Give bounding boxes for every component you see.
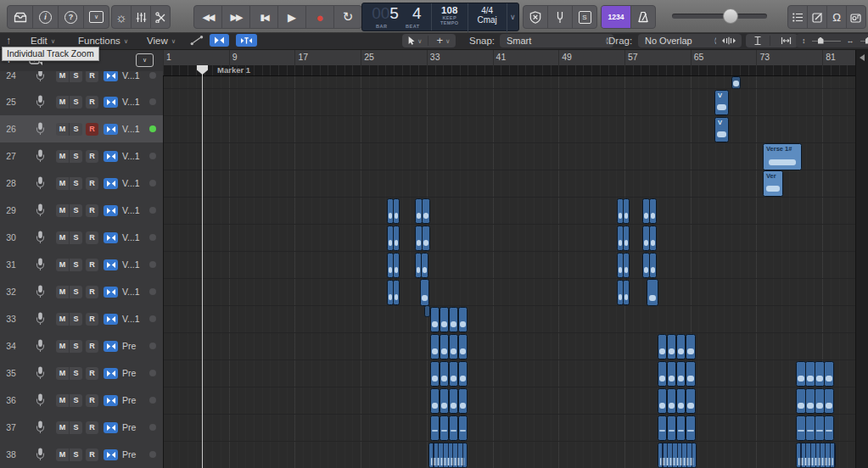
track-name[interactable]: Pre bbox=[122, 395, 136, 405]
mixer-button[interactable] bbox=[132, 6, 151, 28]
audio-region[interactable] bbox=[676, 388, 686, 414]
record-enable-button[interactable]: R bbox=[86, 448, 98, 461]
mute-button[interactable]: M bbox=[56, 204, 70, 217]
audio-region[interactable] bbox=[430, 361, 440, 387]
audio-region[interactable] bbox=[458, 307, 468, 332]
track-lane-33[interactable] bbox=[163, 305, 855, 333]
audio-region[interactable] bbox=[623, 280, 630, 305]
mute-button[interactable]: M bbox=[56, 367, 70, 380]
record-enable-button[interactable]: R bbox=[86, 367, 98, 380]
master-volume-slider[interactable] bbox=[672, 14, 767, 19]
tracks-area[interactable]: VVVerse 1#Ver bbox=[163, 75, 855, 468]
audio-region[interactable] bbox=[449, 388, 458, 414]
solo-button[interactable]: S bbox=[70, 340, 82, 353]
drag-dropdown[interactable]: No Overlap ∧∨ bbox=[638, 34, 722, 47]
track-name[interactable]: Pre bbox=[122, 368, 136, 378]
audio-region[interactable] bbox=[440, 334, 449, 359]
record-enable-button[interactable]: R bbox=[86, 150, 98, 163]
audio-region[interactable] bbox=[422, 226, 430, 251]
solo-button[interactable]: S bbox=[70, 150, 82, 163]
track-sort-dropdown[interactable]: ∨ bbox=[136, 53, 154, 67]
track-name[interactable]: V...1 bbox=[122, 97, 140, 107]
inspector-button[interactable]: i bbox=[33, 6, 59, 28]
audio-region[interactable] bbox=[647, 279, 658, 306]
track-header-25[interactable]: 25MSRV...1 bbox=[0, 88, 163, 116]
audio-region[interactable] bbox=[449, 334, 458, 359]
track-name[interactable]: Pre bbox=[122, 449, 136, 460]
bar-ruler[interactable]: 19172533414957657381 bbox=[163, 49, 855, 66]
audio-region[interactable] bbox=[458, 415, 468, 441]
menu-view[interactable]: View∨ bbox=[147, 32, 176, 49]
flex-icon[interactable] bbox=[104, 341, 118, 352]
track-header-31[interactable]: 31MSRV...1 bbox=[0, 251, 163, 279]
audio-region[interactable] bbox=[649, 253, 657, 278]
audio-region[interactable] bbox=[458, 361, 468, 387]
track-name[interactable]: V...1 bbox=[122, 205, 140, 215]
mute-button[interactable]: M bbox=[56, 259, 70, 271]
audio-region[interactable] bbox=[449, 307, 458, 332]
record-enable-button[interactable]: R bbox=[86, 177, 98, 190]
flex-icon[interactable] bbox=[104, 178, 118, 189]
play-button[interactable]: ▶ bbox=[278, 6, 306, 28]
audio-region[interactable] bbox=[428, 443, 468, 468]
rewind-button[interactable]: ◀◀ bbox=[194, 6, 222, 28]
marker-strip[interactable]: Marker 1 bbox=[163, 65, 855, 76]
track-lane-31[interactable] bbox=[163, 251, 855, 279]
audio-region[interactable] bbox=[676, 361, 686, 387]
smart-controls-button[interactable]: ☼ bbox=[112, 6, 132, 28]
audio-region[interactable] bbox=[449, 361, 458, 387]
audio-region[interactable] bbox=[658, 388, 667, 414]
audio-region[interactable] bbox=[440, 361, 449, 387]
audio-region[interactable] bbox=[430, 307, 440, 332]
solo-button[interactable]: S bbox=[70, 259, 82, 271]
audio-region[interactable] bbox=[623, 253, 630, 278]
track-header-33[interactable]: 33MSRV...1 bbox=[0, 305, 163, 333]
track-header-38[interactable]: 38MSRPre bbox=[0, 441, 163, 468]
flex-icon[interactable] bbox=[104, 314, 118, 325]
editors-button[interactable] bbox=[151, 6, 170, 28]
audio-region[interactable] bbox=[824, 388, 834, 414]
solo-mode-button[interactable]: S bbox=[573, 6, 596, 28]
track-header-35[interactable]: 35MSRPre bbox=[0, 359, 163, 387]
audio-region-verse-1-[interactable]: Verse 1# bbox=[763, 143, 802, 170]
mute-button[interactable]: M bbox=[56, 448, 70, 461]
mute-button[interactable]: M bbox=[56, 177, 70, 190]
record-enable-button[interactable]: R bbox=[86, 96, 98, 109]
track-lane-37[interactable] bbox=[163, 414, 855, 442]
flex-icon[interactable] bbox=[104, 259, 118, 270]
record-enable-button[interactable]: R bbox=[86, 421, 98, 434]
audio-region[interactable] bbox=[824, 415, 834, 441]
audio-region[interactable] bbox=[658, 361, 667, 387]
mute-button[interactable]: M bbox=[56, 394, 70, 407]
track-lane-38[interactable] bbox=[163, 441, 855, 468]
track-lane-36[interactable] bbox=[163, 387, 855, 415]
audio-region[interactable] bbox=[731, 76, 741, 89]
solo-button[interactable]: S bbox=[70, 448, 82, 461]
flex-icon[interactable] bbox=[104, 124, 118, 135]
audio-region[interactable] bbox=[393, 253, 400, 278]
audio-region[interactable] bbox=[393, 226, 400, 251]
audio-region[interactable] bbox=[421, 253, 428, 278]
audio-region[interactable] bbox=[676, 334, 686, 359]
audio-region[interactable] bbox=[667, 388, 676, 414]
audio-region[interactable] bbox=[430, 334, 440, 359]
track-lane-35[interactable] bbox=[163, 359, 855, 387]
track-header-28[interactable]: 28MSRV...1 bbox=[0, 170, 163, 198]
solo-button[interactable]: S bbox=[70, 231, 82, 244]
go-to-beginning-button[interactable]: ▮◀ bbox=[250, 6, 278, 28]
media-browser-drawer-button[interactable] bbox=[8, 6, 33, 28]
flex-icon[interactable] bbox=[104, 151, 118, 162]
metronome-button[interactable] bbox=[631, 6, 655, 28]
flex-icon[interactable] bbox=[104, 205, 118, 216]
replace-mode-button[interactable] bbox=[524, 6, 548, 28]
record-enable-button[interactable]: R bbox=[86, 286, 98, 298]
record-enable-button[interactable]: R bbox=[86, 231, 98, 244]
audio-region[interactable] bbox=[623, 226, 630, 251]
audio-region[interactable] bbox=[623, 198, 630, 224]
audio-region[interactable] bbox=[424, 305, 430, 317]
audio-region[interactable] bbox=[686, 334, 696, 359]
track-lane-24[interactable] bbox=[163, 75, 855, 89]
audio-region[interactable] bbox=[667, 415, 676, 441]
tuner-button[interactable] bbox=[548, 6, 573, 28]
audio-region[interactable] bbox=[649, 226, 657, 251]
